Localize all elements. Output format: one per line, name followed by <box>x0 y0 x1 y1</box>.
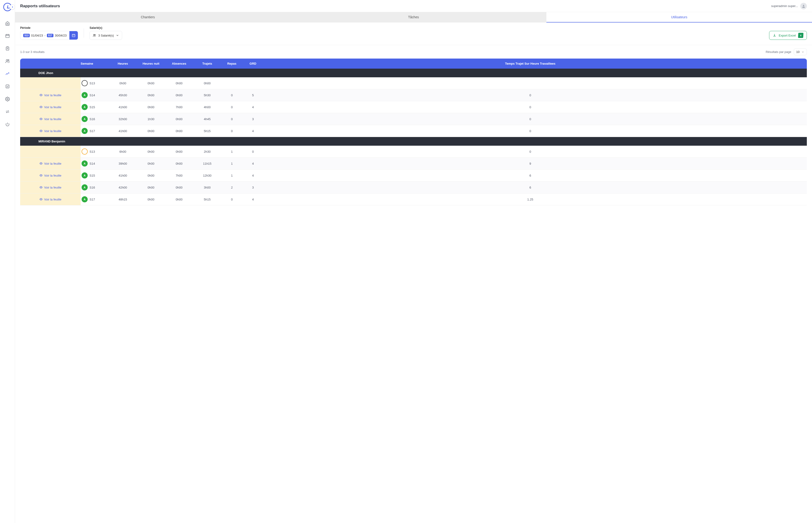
cell-ttt: 6 <box>263 174 802 177</box>
tab-utilisateurs[interactable]: Utilisateurs <box>547 12 812 22</box>
status-badge <box>82 148 88 155</box>
table-row: Voir la feuilleAS1632h001h300h004h45030 <box>20 113 807 125</box>
svg-point-14 <box>40 163 41 164</box>
cell-traj: 5h30 <box>193 93 221 97</box>
svg-point-15 <box>40 175 41 176</box>
svg-point-3 <box>8 59 9 61</box>
svg-point-17 <box>40 199 41 200</box>
nav-tasks[interactable] <box>4 83 11 90</box>
download-icon <box>773 34 776 37</box>
week-label: S17 <box>89 129 95 133</box>
nav-home[interactable] <box>4 19 11 27</box>
period-calendar-button[interactable] <box>69 31 78 40</box>
svg-point-13 <box>40 130 41 131</box>
status-badge: A <box>82 92 88 98</box>
salarie-selector[interactable]: 3 Salarié(s) <box>89 31 122 40</box>
nav-clipboard[interactable] <box>4 45 11 52</box>
table-row: Voir la feuilleAS1642h000h000h003h00236 <box>20 181 807 194</box>
cell-abs: 0h00 <box>165 186 193 189</box>
export-excel-button[interactable]: Export Excel X <box>769 31 807 40</box>
date-sep: - <box>44 34 45 37</box>
nav-users[interactable] <box>4 57 11 65</box>
table-row: Voir la feuilleAS1748h150h000h005h15041.… <box>20 194 807 205</box>
sidebar-expand-button[interactable] <box>10 4 15 10</box>
filters-bar: Période S13 01/04/23 - S17 30/04/23 <box>15 22 812 45</box>
col-header: Trajets <box>193 62 221 65</box>
svg-point-6 <box>803 5 804 6</box>
week-label: S14 <box>89 162 95 165</box>
table-row: Voir la feuilleAS1439h000h000h0011h15149 <box>20 158 807 169</box>
svg-point-10 <box>40 95 41 95</box>
group-header: MIRAND Benjamin <box>20 137 807 146</box>
cell-traj: 12h30 <box>193 174 221 177</box>
cell-nuit: 0h00 <box>137 93 165 97</box>
cell-nuit: 1h30 <box>137 118 165 121</box>
cell-ttt: 6 <box>263 186 802 189</box>
svg-point-2 <box>6 59 8 61</box>
perpage-select[interactable]: 10 <box>794 49 807 55</box>
nav-settings[interactable] <box>4 95 11 103</box>
tab-tâches[interactable]: Tâches <box>281 12 546 22</box>
view-sheet-link[interactable]: Voir la feuille <box>39 129 62 133</box>
period-label: Période <box>20 26 78 30</box>
sidebar-nav <box>4 19 11 128</box>
cell-abs: 0h00 <box>165 162 193 165</box>
cell-abs: 0h00 <box>165 150 193 154</box>
col-header: Temps Trajet Sur Heure Travaillees <box>263 62 802 65</box>
week-cell: AS17 <box>81 128 109 134</box>
salarie-label: Salarié(s) <box>89 26 122 30</box>
period-picker[interactable]: S13 01/04/23 - S17 30/04/23 <box>20 31 78 40</box>
results-summary: 1-3 sur 3 résultats <box>20 50 45 54</box>
cell-ttt: 0 <box>263 118 802 121</box>
view-sheet-link[interactable]: Voir la feuille <box>39 186 62 189</box>
report-table: SemaineHeuresHeures nuitAbsencesTrajetsR… <box>20 58 807 205</box>
status-badge <box>82 80 88 86</box>
user-chip[interactable]: superadmin super... <box>771 3 807 10</box>
nav-power[interactable] <box>4 121 11 128</box>
tab-chantiers[interactable]: Chantiers <box>15 12 281 22</box>
week-cell: AS15 <box>81 104 109 110</box>
view-sheet-link[interactable]: Voir la feuille <box>39 162 62 165</box>
eye-icon <box>39 162 43 165</box>
cell-heures: 39h00 <box>109 162 137 165</box>
table-row: Voir la feuilleAS1445h300h000h005h30050 <box>20 89 807 101</box>
week-cell: AS17 <box>81 196 109 202</box>
nav-swap[interactable] <box>4 108 11 115</box>
cell-traj: 4h45 <box>193 118 221 121</box>
perpage-value: 10 <box>796 50 799 54</box>
svg-point-5 <box>7 98 8 100</box>
week-cell: AS14 <box>81 92 109 98</box>
row-link-cell: Voir la feuille <box>20 158 81 169</box>
cell-nuit: 0h00 <box>137 162 165 165</box>
cell-traj: 11h15 <box>193 162 221 165</box>
status-badge: A <box>82 104 88 110</box>
cell-abs: 7h00 <box>165 174 193 177</box>
nav-reports[interactable] <box>4 70 11 77</box>
cell-abs: 0h00 <box>165 118 193 121</box>
nav-calendar[interactable] <box>4 32 11 40</box>
cell-repas: 1 <box>221 174 242 177</box>
cell-nuit: 0h00 <box>137 105 165 109</box>
cell-ttt: 0 <box>263 129 802 133</box>
cell-grd: 4 <box>242 129 263 133</box>
row-link-cell: Voir la feuille <box>20 125 81 137</box>
status-badge: A <box>82 173 88 179</box>
view-sheet-link[interactable]: Voir la feuille <box>39 118 62 121</box>
topbar: Rapports utilisateurs superadmin super..… <box>15 0 812 12</box>
week-label: S16 <box>89 186 95 189</box>
view-sheet-link[interactable]: Voir la feuille <box>39 174 62 177</box>
tabs: ChantiersTâchesUtilisateurs <box>15 12 812 22</box>
cell-traj: 5h15 <box>193 198 221 201</box>
perpage-label: Résultats par page <box>765 50 791 54</box>
view-sheet-link[interactable]: Voir la feuille <box>39 105 62 109</box>
salarie-value: 3 Salarié(s) <box>98 34 114 37</box>
view-sheet-link[interactable]: Voir la feuille <box>39 198 62 201</box>
row-link-cell: Voir la feuille <box>20 113 81 125</box>
cell-abs: 0h00 <box>165 93 193 97</box>
group-header: DOE Jhon <box>20 69 807 77</box>
row-link-cell: Voir la feuille <box>20 194 81 205</box>
cell-ttt: 1.25 <box>263 198 802 201</box>
svg-rect-7 <box>72 34 75 37</box>
view-sheet-link[interactable]: Voir la feuille <box>39 93 62 97</box>
cell-abs: 7h00 <box>165 105 193 109</box>
